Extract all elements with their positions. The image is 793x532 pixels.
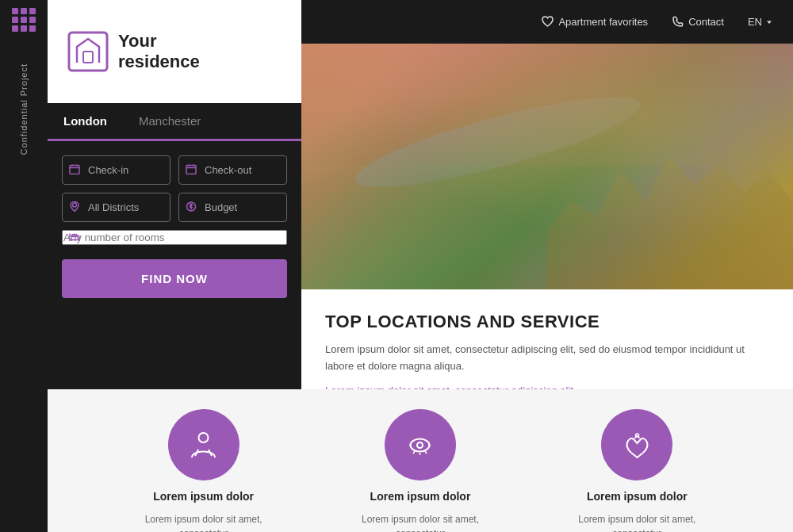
svg-line-23 (413, 451, 415, 454)
contact-label: Contact (688, 16, 724, 28)
person-icon (186, 427, 221, 463)
eye-icon (402, 427, 438, 463)
icon-circle-2 (385, 409, 456, 480)
chevron-down-icon (765, 18, 773, 26)
icon-card-1: Lorem ipsum dolor Lorem ipsum dolor sit … (125, 409, 283, 532)
logo-text: Your residence (118, 31, 200, 73)
date-row (62, 155, 287, 185)
svg-line-25 (425, 451, 427, 454)
find-now-button[interactable]: FIND NOW (62, 259, 287, 298)
icon-desc-1: Lorem ipsum dolor sit amet, consectetur (125, 512, 283, 532)
checkout-wrapper (178, 155, 287, 185)
favorites-label: Apartment favorites (558, 16, 648, 28)
icon-title-1: Lorem ipsum dolor (153, 490, 254, 503)
content-body: Lorem ipsum dolor sit amet, consectetur … (325, 342, 769, 375)
tab-london[interactable]: London (48, 103, 123, 139)
sidebar: Confidential Project (0, 0, 48, 532)
sidebar-logo-dots (12, 8, 36, 32)
logo-area: Your residence (48, 0, 301, 103)
language-selector[interactable]: EN (748, 16, 773, 28)
district-budget-row (62, 193, 287, 222)
hero-image (301, 44, 793, 289)
checkin-wrapper (62, 155, 170, 185)
tab-manchester[interactable]: Manchester (123, 103, 216, 139)
icon-title-2: Lorem ipsum dolor (370, 490, 471, 503)
svg-point-22 (417, 442, 423, 448)
checkin-input[interactable] (62, 155, 170, 185)
sidebar-label: Confidential Project (19, 63, 29, 155)
top-navigation: Apartment favorites Contact EN (301, 0, 793, 44)
icon-title-3: Lorem ipsum dolor (587, 490, 688, 503)
contact-nav[interactable]: Contact (672, 16, 724, 28)
logo-text-line1: Your (118, 31, 156, 51)
rooms-input[interactable] (62, 230, 287, 245)
icon-circle-3 (601, 409, 672, 480)
icon-desc-2: Lorem ipsum dolor sit amet, consectetur (341, 512, 500, 532)
heart-icon (542, 16, 554, 28)
icon-card-3: Lorem ipsum dolor Lorem ipsum dolor sit … (557, 409, 716, 532)
checkout-input[interactable] (178, 155, 287, 185)
icons-section: Lorem ipsum dolor Lorem ipsum dolor sit … (48, 389, 793, 532)
svg-rect-1 (83, 52, 93, 63)
phone-icon (672, 16, 684, 28)
budget-input[interactable] (178, 193, 287, 222)
favorites-nav[interactable]: Apartment favorites (542, 16, 648, 28)
district-wrapper (62, 193, 170, 222)
language-label: EN (748, 16, 762, 28)
district-input[interactable] (62, 193, 170, 222)
hands-icon (619, 427, 655, 463)
tab-navigation: London Manchester (48, 103, 301, 141)
logo-text-line2: residence (118, 52, 200, 71)
icon-circle-1 (168, 409, 239, 480)
budget-wrapper (178, 193, 287, 222)
icon-desc-3: Lorem ipsum dolor sit amet, consectetur (557, 512, 716, 532)
svg-rect-17 (301, 44, 793, 289)
city-silhouette (301, 44, 793, 289)
logo-icon (67, 31, 109, 72)
svg-point-28 (635, 434, 638, 437)
svg-point-21 (411, 438, 430, 451)
rooms-wrapper (62, 230, 287, 245)
svg-point-18 (199, 433, 209, 442)
content-title: TOP LOCATIONS AND SERVICE (325, 312, 769, 332)
icon-card-2: Lorem ipsum dolor Lorem ipsum dolor sit … (341, 409, 500, 532)
